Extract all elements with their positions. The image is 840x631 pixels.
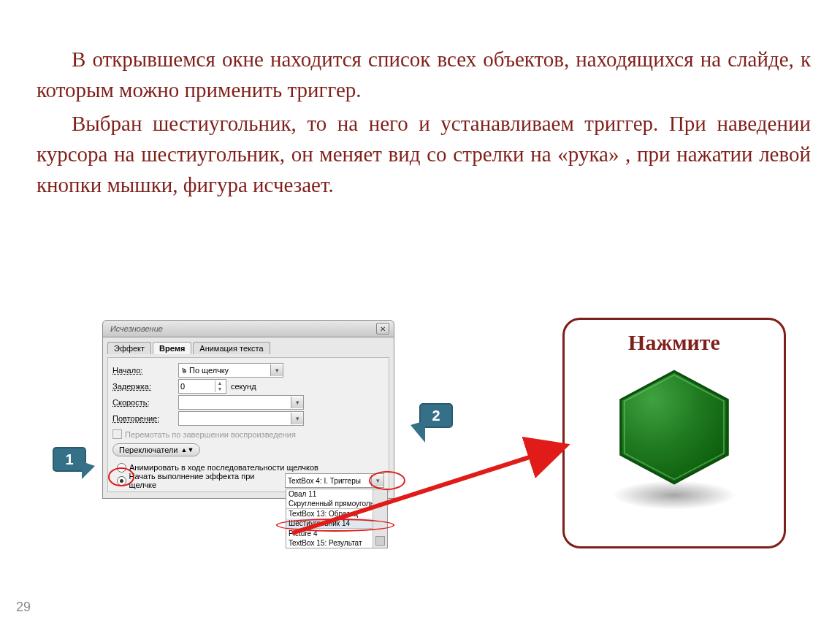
effect-dialog: Исчезновение ✕ Эффект Время Анимация тек… (102, 320, 394, 499)
radio-on-click[interactable] (117, 476, 126, 486)
page-number: 29 (16, 600, 31, 615)
chevron-down-icon[interactable]: ▾ (291, 397, 303, 408)
start-combobox[interactable]: 🖱 По щелчку ▾ (178, 363, 283, 378)
label-speed: Скорость: (112, 398, 178, 407)
delay-spinbox[interactable]: 0 ▲▼ (178, 379, 226, 394)
label-delay: Задержка: (112, 382, 178, 391)
callout-2: 2 (419, 403, 453, 428)
tabs-row: Эффект Время Анимация текста (107, 342, 389, 354)
trigger-object-select[interactable]: TextBox 4: I. Триггеры ▾ Овал 11 Скругле… (285, 473, 384, 488)
chevron-down-icon[interactable]: ▾ (270, 364, 283, 376)
tab-time[interactable]: Время (153, 342, 191, 354)
label-radio2: Начать выполнение эффекта при щелчке (129, 472, 278, 489)
label-radio1: Анимировать в ходе последовательности ще… (129, 463, 318, 472)
chevron-down-icon[interactable]: ▾ (371, 475, 383, 486)
close-icon[interactable]: ✕ (376, 323, 389, 334)
label-delay-unit: секунд (231, 382, 256, 391)
trigger-object-dropdown: Овал 11 Скругленный прямоуголь TextBox 1… (286, 489, 388, 548)
scrollbar[interactable] (373, 489, 387, 548)
paragraph-1: В открывшемся окне находится список всех… (37, 44, 811, 105)
callout-1: 1 (53, 447, 86, 472)
dialog-title: Исчезновение (110, 324, 163, 333)
checkbox-rewind[interactable] (112, 429, 122, 439)
hexagon-shadow (612, 481, 736, 510)
label-repeat: Повторение: (112, 414, 178, 423)
dialog-title-bar[interactable]: Исчезновение ✕ (102, 320, 394, 337)
spinner-icon[interactable]: ▲▼ (215, 380, 224, 392)
instruction-text: В открывшемся окне находится список всех… (37, 44, 811, 203)
mouse-icon: 🖱 (180, 367, 188, 375)
label-rewind: Перемотать по завершении воспроизведения (125, 430, 296, 439)
hexagon-shape[interactable] (612, 365, 736, 489)
label-start: Начало: (112, 366, 178, 375)
tab-effect[interactable]: Эффект (107, 342, 151, 354)
repeat-combobox[interactable]: ▾ (178, 411, 304, 426)
switches-button[interactable]: Переключатели ▲▼ (112, 443, 200, 456)
updown-icon: ▲▼ (180, 446, 194, 454)
svg-marker-0 (621, 372, 728, 483)
speed-combobox[interactable]: ▾ (178, 395, 304, 410)
click-title: Нажмите (565, 330, 784, 355)
paragraph-2: Выбран шестиугольник, то на него и устан… (37, 108, 811, 200)
radio-sequence[interactable] (117, 463, 126, 473)
chevron-down-icon[interactable]: ▾ (291, 413, 303, 424)
tab-animation-text[interactable]: Анимация текста (193, 342, 270, 354)
click-panel: Нажмите (562, 318, 786, 548)
